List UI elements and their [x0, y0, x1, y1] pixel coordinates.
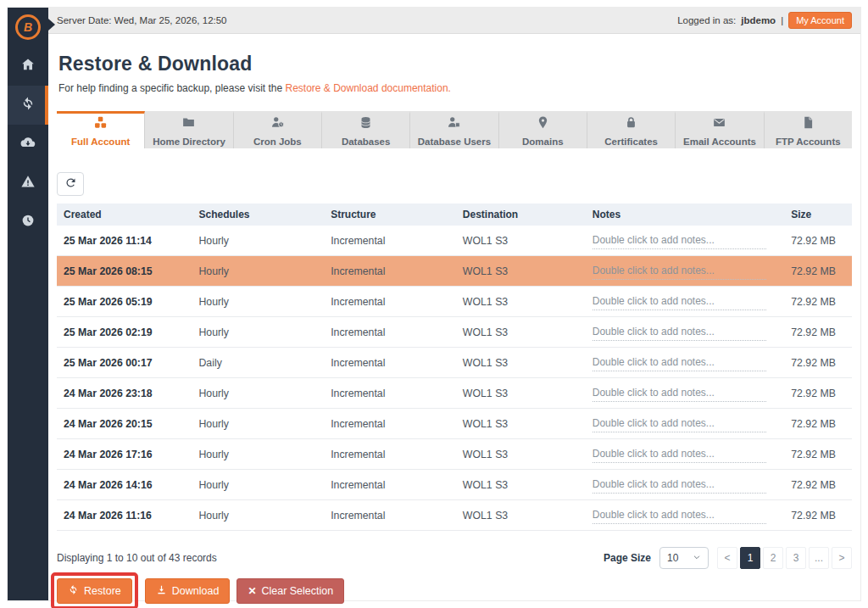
table-row[interactable]: 24 Mar 2026 11:16 Hourly Incremental WOL… [57, 500, 852, 531]
cubes-icon [93, 115, 108, 133]
clear-selection-button[interactable]: ✕ Clear Selection [236, 578, 344, 604]
table-row[interactable]: 25 Mar 2026 00:17 Daily Incremental WOL1… [57, 348, 852, 378]
sidebar-item-alerts[interactable] [8, 164, 48, 203]
table-row[interactable]: 25 Mar 2026 02:19 Hourly Incremental WOL… [57, 317, 852, 348]
tab-email-accounts[interactable]: Email Accounts [676, 111, 764, 148]
cell-schedules: Hourly [192, 510, 324, 522]
column-header-destination: Destination [456, 209, 586, 220]
sidebar-arrow-notch [48, 19, 55, 31]
cell-destination: WOL1 S3 [456, 418, 586, 430]
cell-destination: WOL1 S3 [456, 449, 586, 460]
cell-structure: Incremental [324, 296, 456, 308]
cell-destination: WOL1 S3 [456, 265, 586, 277]
cell-schedules: Hourly [192, 418, 324, 430]
annotation-highlight-box: Restore [51, 572, 138, 608]
cell-schedules: Hourly [192, 326, 324, 338]
next-page-button[interactable]: > [832, 547, 852, 569]
page-button-1[interactable]: 1 [740, 547, 760, 569]
table-row-selected[interactable]: 25 Mar 2026 08:15 Hourly Incremental WOL… [57, 256, 852, 287]
refresh-button[interactable] [57, 172, 84, 196]
table-header-row: Created Schedules Structure Destination … [57, 204, 852, 226]
brand-logo[interactable]: B [8, 8, 48, 47]
tab-database-users[interactable]: Database Users [410, 111, 498, 148]
documentation-link[interactable]: Restore & Download documentation. [285, 82, 450, 94]
cell-size: 72.92 MB [784, 296, 852, 308]
sidebar-item-restore-download[interactable] [8, 86, 48, 125]
notes-field[interactable]: Double click to add notes... [593, 509, 766, 524]
tab-cron-jobs[interactable]: Cron Jobs [234, 111, 322, 148]
sidebar-item-home[interactable] [8, 47, 48, 86]
cell-schedules: Hourly [192, 235, 324, 247]
page-button-3[interactable]: 3 [786, 547, 806, 569]
file-icon [801, 115, 815, 133]
sidebar-item-downloads[interactable] [8, 125, 48, 164]
notes-field[interactable]: Double click to add notes... [593, 387, 766, 402]
page-button-2[interactable]: 2 [763, 547, 783, 569]
cell-structure: Incremental [324, 326, 456, 338]
records-summary: Displaying 1 to 10 out of 43 records [57, 552, 217, 564]
restore-button[interactable]: Restore [57, 578, 132, 604]
cell-created: 24 Mar 2026 23:18 [57, 388, 192, 399]
cell-created: 24 Mar 2026 11:16 [57, 510, 192, 522]
cell-structure: Incremental [324, 265, 456, 277]
download-button[interactable]: Download [145, 578, 231, 604]
map-pin-icon [536, 115, 550, 133]
notes-field[interactable]: Double click to add notes... [593, 326, 766, 341]
page-size-select[interactable]: 10 [659, 547, 709, 569]
notes-field[interactable]: Double click to add notes... [593, 356, 766, 371]
table-row[interactable]: 25 Mar 2026 11:14 Hourly Incremental WOL… [57, 226, 852, 256]
cell-structure: Incremental [324, 510, 456, 522]
notes-field[interactable]: Double click to add notes... [593, 234, 766, 249]
folder-icon [181, 115, 196, 133]
tab-full-account[interactable]: Full Account [57, 111, 145, 148]
notes-field[interactable]: Double click to add notes... [593, 265, 766, 280]
my-account-button[interactable]: My Account [788, 12, 852, 29]
tab-ftp-accounts[interactable]: FTP Accounts [765, 111, 852, 148]
table-row[interactable]: 24 Mar 2026 17:16 Hourly Incremental WOL… [57, 439, 852, 470]
username: jbdemo [741, 15, 776, 25]
tab-domains[interactable]: Domains [499, 111, 587, 148]
notes-field[interactable]: Double click to add notes... [593, 295, 766, 310]
cell-destination: WOL1 S3 [456, 357, 586, 369]
cell-created: 25 Mar 2026 05:19 [57, 296, 192, 308]
prev-page-button[interactable]: < [717, 547, 737, 569]
table-row[interactable]: 24 Mar 2026 14:16 Hourly Incremental WOL… [57, 470, 852, 500]
cell-size: 72.92 MB [784, 388, 852, 399]
sidebar-item-queue[interactable] [8, 203, 48, 242]
page-button-ellipsis[interactable]: ... [809, 547, 829, 569]
tab-certificates[interactable]: Certificates [587, 111, 676, 148]
x-icon: ✕ [248, 586, 256, 596]
table-row[interactable]: 25 Mar 2026 05:19 Hourly Incremental WOL… [57, 287, 852, 317]
cell-destination: WOL1 S3 [456, 326, 586, 338]
cell-destination: WOL1 S3 [456, 479, 586, 491]
sync-icon [20, 96, 36, 114]
page-subtitle: For help finding a specific backup, plea… [58, 82, 852, 94]
cell-size: 72.92 MB [784, 235, 852, 247]
jetbackup-logo-icon: B [15, 14, 41, 40]
cell-size: 72.92 MB [784, 326, 852, 338]
home-icon [20, 57, 36, 75]
cell-created: 25 Mar 2026 11:14 [57, 235, 192, 247]
download-label: Download [172, 585, 220, 597]
cell-size: 72.92 MB [784, 479, 852, 491]
cell-schedules: Hourly [192, 388, 324, 399]
tab-databases[interactable]: Databases [322, 111, 410, 148]
notes-field[interactable]: Double click to add notes... [593, 448, 766, 463]
clear-selection-label: Clear Selection [261, 585, 333, 597]
tab-home-directory[interactable]: Home Directory [145, 111, 233, 148]
table-row[interactable]: 24 Mar 2026 20:15 Hourly Incremental WOL… [57, 409, 852, 439]
page-buttons: < 1 2 3 ... > [717, 547, 852, 569]
cell-size: 72.92 MB [784, 265, 852, 277]
table-row[interactable]: 24 Mar 2026 23:18 Hourly Incremental WOL… [57, 378, 852, 409]
cell-structure: Incremental [324, 449, 456, 460]
column-header-structure: Structure [324, 209, 456, 220]
sidebar: B [8, 8, 48, 600]
notes-field[interactable]: Double click to add notes... [593, 478, 766, 494]
chevron-down-icon [693, 552, 701, 564]
page-title: Restore & Download [58, 53, 852, 75]
main-panel: Server Date: Wed, Mar 25, 2026, 12:50 Lo… [48, 8, 860, 600]
cell-schedules: Daily [192, 357, 324, 369]
cell-created: 24 Mar 2026 20:15 [57, 418, 192, 430]
cell-schedules: Hourly [192, 265, 324, 277]
notes-field[interactable]: Double click to add notes... [593, 417, 766, 432]
